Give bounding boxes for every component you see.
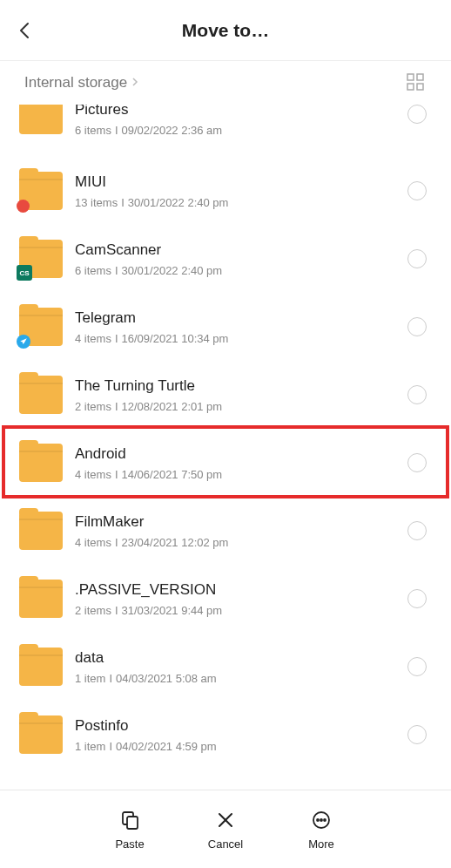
svg-point-11 — [324, 819, 326, 821]
select-radio[interactable] — [407, 249, 427, 268]
back-button[interactable] — [17, 13, 52, 48]
folder-items-count: 6 items — [75, 124, 111, 137]
folder-icon — [19, 444, 63, 482]
folder-info: Android4 itemsI14/06/2021 7:50 pm — [75, 445, 399, 481]
miui-badge-icon — [17, 200, 30, 213]
folder-row[interactable]: The Turning Turtle2 itemsI12/08/2021 2:0… — [0, 361, 451, 429]
folder-icon — [19, 308, 63, 346]
folder-name: Telegram — [75, 309, 399, 327]
select-radio[interactable] — [407, 453, 427, 472]
folder-row[interactable]: Postinfo1 itemI04/02/2021 4:59 pm — [0, 701, 451, 769]
folder-date: 09/02/2022 2:36 am — [122, 124, 223, 137]
folder-icon — [19, 376, 63, 414]
folder-meta: 6 itemsI09/02/2022 2:36 am — [75, 124, 399, 137]
folder-items-count: 4 items — [75, 536, 111, 549]
folder-info: MIUI13 itemsI30/01/2022 2:40 pm — [75, 173, 399, 209]
folder-info: The Turning Turtle2 itemsI12/08/2021 2:0… — [75, 377, 399, 413]
folder-date: 14/06/2021 7:50 pm — [122, 468, 223, 481]
folder-name: FilmMaker — [75, 513, 399, 531]
grid-icon — [406, 72, 425, 92]
folder-name: CamScanner — [75, 241, 399, 259]
folder-list: Pictures6 itemsI09/02/2022 2:36 amMIUI13… — [0, 105, 451, 781]
folder-date: 31/03/2021 9:44 pm — [122, 604, 223, 617]
chevron-left-icon — [17, 20, 31, 41]
folder-icon — [19, 648, 63, 686]
svg-rect-0 — [407, 74, 414, 80]
folder-row[interactable]: .PASSIVE_VERSION2 itemsI31/03/2021 9:44 … — [0, 565, 451, 633]
svg-rect-2 — [407, 84, 414, 90]
breadcrumb[interactable]: Internal storage — [24, 74, 127, 92]
folder-icon: CS — [19, 240, 63, 278]
folder-info: data1 itemI04/03/2021 5:08 am — [75, 649, 399, 685]
select-radio[interactable] — [407, 725, 427, 744]
folder-date: 04/02/2021 4:59 pm — [116, 740, 217, 753]
select-radio[interactable] — [407, 521, 427, 540]
grid-view-toggle[interactable] — [406, 72, 427, 93]
more-icon — [309, 808, 333, 832]
select-radio[interactable] — [407, 105, 427, 124]
folder-date: 23/04/2021 12:02 pm — [122, 536, 229, 549]
more-label: More — [308, 837, 334, 851]
folder-icon — [19, 512, 63, 550]
folder-items-count: 2 items — [75, 604, 111, 617]
folder-name: The Turning Turtle — [75, 377, 399, 395]
folder-icon — [19, 715, 63, 754]
chevron-right-icon — [131, 75, 139, 91]
svg-rect-5 — [127, 817, 138, 829]
svg-rect-3 — [417, 84, 423, 90]
folder-row[interactable]: CSCamScanner6 itemsI30/01/2022 2:40 pm — [0, 225, 451, 293]
folder-date: 16/09/2021 10:34 pm — [122, 332, 229, 345]
paste-label: Paste — [115, 837, 144, 851]
page-title: Move to… — [52, 20, 399, 41]
camscanner-badge-icon: CS — [17, 265, 32, 281]
svg-point-10 — [320, 819, 322, 821]
folder-meta: 4 itemsI14/06/2021 7:50 pm — [75, 468, 399, 481]
bottom-bar: Paste Cancel More — [0, 790, 451, 868]
folder-icon — [19, 105, 63, 134]
select-radio[interactable] — [407, 385, 427, 404]
folder-row[interactable]: Telegram4 itemsI16/09/2021 10:34 pm — [0, 293, 451, 361]
folder-date: 12/08/2021 2:01 pm — [122, 400, 223, 413]
select-radio[interactable] — [407, 657, 427, 676]
folder-meta: 13 itemsI30/01/2022 2:40 pm — [75, 196, 399, 209]
folder-items-count: 2 items — [75, 400, 111, 413]
more-button[interactable]: More — [291, 808, 352, 851]
folder-row[interactable]: Android4 itemsI14/06/2021 7:50 pm — [0, 429, 451, 497]
folder-name: MIUI — [75, 173, 399, 191]
folder-row[interactable]: FilmMaker4 itemsI23/04/2021 12:02 pm — [0, 497, 451, 565]
folder-items-count: 6 items — [75, 264, 111, 277]
folder-meta: 1 itemI04/02/2021 4:59 pm — [75, 740, 399, 753]
svg-rect-1 — [417, 74, 423, 80]
cancel-label: Cancel — [208, 837, 243, 851]
select-radio[interactable] — [407, 181, 427, 200]
cancel-button[interactable]: Cancel — [195, 808, 256, 851]
folder-date: 04/03/2021 5:08 am — [116, 672, 217, 685]
folder-items-count: 13 items — [75, 196, 118, 209]
paste-button[interactable]: Paste — [99, 808, 160, 851]
svg-point-9 — [317, 819, 319, 821]
folder-items-count: 1 item — [75, 672, 105, 685]
folder-info: FilmMaker4 itemsI23/04/2021 12:02 pm — [75, 513, 399, 549]
folder-meta: 2 itemsI12/08/2021 2:01 pm — [75, 400, 399, 413]
folder-row[interactable]: Pictures6 itemsI09/02/2022 2:36 am — [0, 105, 451, 157]
folder-info: .PASSIVE_VERSION2 itemsI31/03/2021 9:44 … — [75, 581, 399, 617]
folder-info: Pictures6 itemsI09/02/2022 2:36 am — [75, 105, 399, 137]
close-icon — [213, 808, 238, 832]
select-radio[interactable] — [407, 317, 427, 336]
folder-date: 30/01/2022 2:40 pm — [128, 196, 229, 209]
folder-items-count: 4 items — [75, 332, 111, 345]
folder-icon — [19, 172, 63, 210]
select-radio[interactable] — [407, 589, 427, 608]
folder-name: Pictures — [75, 105, 399, 119]
folder-info: Telegram4 itemsI16/09/2021 10:34 pm — [75, 309, 399, 345]
folder-row[interactable]: MIUI13 itemsI30/01/2022 2:40 pm — [0, 157, 451, 225]
folder-meta: 6 itemsI30/01/2022 2:40 pm — [75, 264, 399, 277]
folder-name: Android — [75, 445, 399, 463]
breadcrumb-bar: Internal storage — [0, 61, 451, 105]
folder-info: CamScanner6 itemsI30/01/2022 2:40 pm — [75, 241, 399, 277]
folder-meta: 1 itemI04/03/2021 5:08 am — [75, 672, 399, 685]
folder-row[interactable]: data1 itemI04/03/2021 5:08 am — [0, 633, 451, 701]
folder-name: data — [75, 649, 399, 667]
folder-items-count: 4 items — [75, 468, 111, 481]
header: Move to… — [0, 0, 451, 61]
